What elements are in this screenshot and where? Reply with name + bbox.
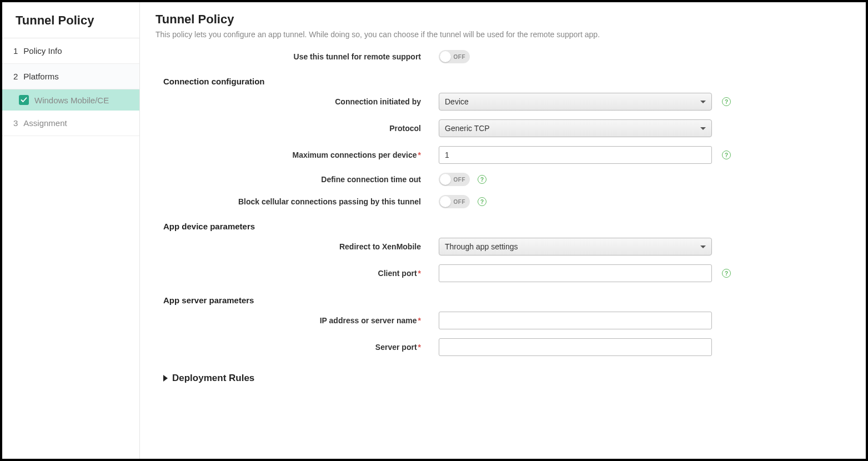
toggle-state: OFF [454,199,466,205]
help-icon[interactable]: ? [722,269,731,278]
nav-step-label: Platforms [23,72,58,81]
nav-step-label: Assignment [23,118,67,128]
required-asterisk: * [418,151,421,159]
select-value: Through app settings [445,242,518,251]
label-server-port: Server port* [155,343,439,352]
sidebar-item-policy-info[interactable]: 1 Policy Info [2,38,139,64]
toggle-connection-timeout[interactable]: OFF [439,173,470,186]
check-icon [19,95,29,105]
deployment-rules-label: Deployment Rules [172,373,254,384]
select-redirect-xenmobile[interactable]: Through app settings [439,238,712,255]
help-icon[interactable]: ? [478,175,486,184]
sidebar: Tunnel Policy 1 Policy Info 2 Platforms … [2,2,140,459]
input-client-port[interactable] [439,264,712,282]
main-content: Tunnel Policy This policy lets you confi… [140,2,866,459]
label-remote-support: Use this tunnel for remote support [155,52,439,61]
required-asterisk: * [418,269,421,278]
label-protocol: Protocol [155,124,439,133]
label-redirect-xenmobile: Redirect to XenMobile [155,242,439,251]
sidebar-subitem-windows-mobile[interactable]: Windows Mobile/CE [2,89,139,111]
toggle-state: OFF [454,54,466,60]
select-conn-initiated[interactable]: Device [439,93,712,111]
toggle-block-cellular[interactable]: OFF [439,195,470,208]
sidebar-item-platforms[interactable]: 2 Platforms [2,64,139,89]
required-asterisk: * [418,316,421,325]
nav-step-num: 3 [13,118,18,128]
input-max-connections[interactable] [439,146,712,164]
label-ip-server: IP address or server name* [155,316,439,325]
sidebar-item-assignment[interactable]: 3 Assignment [2,111,139,136]
chevron-right-icon [163,375,168,382]
nav-sub-label: Windows Mobile/CE [34,96,109,105]
select-value: Device [445,97,469,106]
nav-step-num: 2 [13,72,18,81]
section-server-params: App server parameters [163,295,850,305]
deployment-rules-toggle[interactable]: Deployment Rules [163,373,850,384]
required-asterisk: * [418,343,421,352]
label-connection-timeout: Define connection time out [155,175,439,184]
page-title: Tunnel Policy [155,12,850,27]
page-description: This policy lets you configure an app tu… [155,30,850,39]
sidebar-title: Tunnel Policy [2,2,139,38]
nav-step-label: Policy Info [23,46,62,56]
select-value: Generic TCP [445,124,490,133]
section-device-params: App device parameters [163,222,850,231]
help-icon[interactable]: ? [722,151,731,159]
input-server-port[interactable] [439,338,712,356]
help-icon[interactable]: ? [722,97,731,106]
toggle-remote-support[interactable]: OFF [439,50,470,63]
nav-step-num: 1 [13,46,18,56]
label-block-cellular: Block cellular connections passing by th… [155,197,439,206]
input-ip-server[interactable] [439,312,712,329]
select-protocol[interactable]: Generic TCP [439,119,712,137]
help-icon[interactable]: ? [478,197,486,206]
section-connection-config: Connection configuration [163,77,850,86]
toggle-state: OFF [454,177,466,183]
label-max-connections: Maximum connections per device* [155,151,439,159]
label-client-port: Client port* [155,269,439,278]
label-conn-initiated: Connection initiated by [155,97,439,106]
